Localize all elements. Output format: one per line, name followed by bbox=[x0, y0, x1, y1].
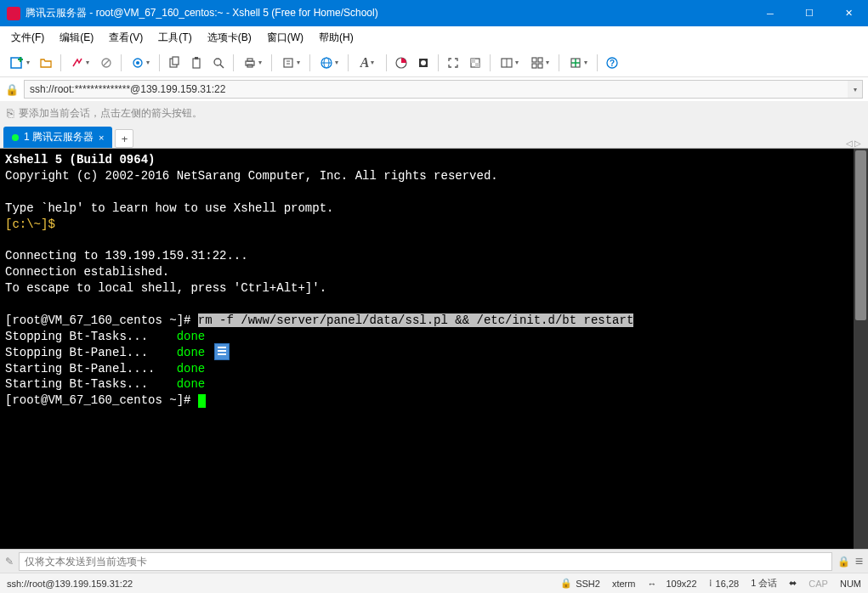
term-selected-command: rm -f /www/server/panel/data/ssl.pl && /… bbox=[198, 313, 633, 327]
term-line: Copyright (c) 2002-2016 NetSarang Comput… bbox=[5, 169, 498, 183]
close-button[interactable]: ✕ bbox=[829, 0, 868, 26]
tabbar: 1 腾讯云服务器 × + ◁ ▷ bbox=[0, 125, 868, 149]
svg-rect-10 bbox=[195, 57, 198, 59]
color-button[interactable] bbox=[391, 53, 411, 73]
tab-close-button[interactable]: × bbox=[99, 133, 104, 143]
session-tip-text: 要添加当前会话，点击左侧的箭头按钮。 bbox=[19, 106, 202, 121]
layout-button[interactable]: ▾ bbox=[495, 53, 524, 73]
menu-file[interactable]: 文件(F) bbox=[3, 28, 52, 48]
session-tip-bar: ⎘ 要添加当前会话，点击左侧的箭头按钮。 bbox=[0, 101, 868, 125]
arrange-button[interactable]: ▾ bbox=[525, 53, 554, 73]
lock-icon[interactable]: 🔒 bbox=[837, 556, 850, 568]
titlebar[interactable]: 腾讯云服务器 - root@VM_67_160_centos:~ - Xshel… bbox=[0, 0, 868, 26]
term-line: Starting Bt-Panel.... bbox=[5, 362, 177, 376]
transfer-button[interactable]: ▾ bbox=[276, 53, 305, 73]
maximize-button[interactable]: ☐ bbox=[790, 0, 829, 26]
term-line: Starting Bt-Tasks... bbox=[5, 377, 177, 391]
svg-rect-30 bbox=[532, 58, 536, 62]
svg-rect-32 bbox=[532, 64, 536, 68]
separator bbox=[233, 54, 234, 71]
status-size: ↔ 109x22 bbox=[647, 579, 696, 589]
compose-icon[interactable]: ✎ bbox=[5, 556, 14, 568]
menu-edit[interactable]: 编辑(E) bbox=[52, 28, 101, 48]
svg-rect-14 bbox=[247, 59, 252, 61]
svg-line-12 bbox=[220, 65, 224, 68]
menu-view[interactable]: 查看(V) bbox=[101, 28, 150, 48]
font-button[interactable]: A▾ bbox=[353, 53, 382, 73]
menu-icon[interactable]: ≡ bbox=[855, 554, 863, 569]
term-prompt: [c:\~]$ bbox=[5, 217, 55, 231]
input-bar: ✎ 🔒 ≡ bbox=[0, 549, 868, 573]
term-line: Connection established. bbox=[5, 265, 169, 279]
svg-rect-33 bbox=[538, 64, 542, 68]
tab-nav: ◁ ▷ bbox=[846, 138, 865, 148]
session-tab[interactable]: 1 腾讯云服务器 × bbox=[3, 127, 112, 148]
status-term: xterm bbox=[612, 579, 636, 589]
terminal[interactable]: Xshell 5 (Build 0964) Copyright (c) 2002… bbox=[0, 149, 868, 549]
separator bbox=[121, 54, 122, 71]
separator bbox=[386, 54, 387, 71]
status-pos: ⁞ 16,28 bbox=[709, 578, 740, 589]
menubar: 文件(F) 编辑(E) 查看(V) 工具(T) 选项卡(B) 窗口(W) 帮助(… bbox=[0, 26, 868, 48]
menu-window[interactable]: 窗口(W) bbox=[259, 28, 311, 48]
term-line: Type `help' to learn how to use Xshell p… bbox=[5, 201, 333, 215]
svg-point-6 bbox=[136, 61, 139, 65]
theme-button[interactable] bbox=[413, 53, 434, 73]
status-sessions: 1 会话 bbox=[751, 577, 777, 590]
term-line: To escape to local shell, press 'Ctrl+Al… bbox=[5, 281, 326, 295]
disconnect-button[interactable] bbox=[96, 53, 116, 73]
status-num: NUM bbox=[840, 579, 861, 589]
svg-line-4 bbox=[104, 60, 109, 65]
menu-tabs[interactable]: 选项卡(B) bbox=[200, 28, 259, 48]
term-prompt: [root@VM_67_160_centos ~]# bbox=[5, 393, 198, 407]
menu-tools[interactable]: 工具(T) bbox=[150, 28, 199, 48]
term-status: done bbox=[177, 362, 206, 376]
terminal-scrollbar[interactable] bbox=[854, 149, 868, 549]
term-line: Stopping Bt-Panel... bbox=[5, 346, 177, 359]
transparent-button[interactable] bbox=[465, 53, 485, 73]
term-line: Connecting to 139.199.159.31:22... bbox=[5, 249, 248, 263]
print-button[interactable]: ▾ bbox=[238, 53, 267, 73]
separator bbox=[271, 54, 272, 71]
new-tab-button[interactable]: + bbox=[115, 129, 133, 148]
tab-next-button[interactable]: ▷ bbox=[854, 138, 861, 148]
tab-prev-button[interactable]: ◁ bbox=[846, 138, 853, 148]
xshell-window: 腾讯云服务器 - root@VM_67_160_centos:~ - Xshel… bbox=[0, 0, 868, 593]
compose-input[interactable] bbox=[19, 552, 832, 571]
separator bbox=[490, 54, 491, 71]
connect-button[interactable]: ▾ bbox=[65, 53, 94, 73]
separator bbox=[597, 54, 598, 71]
tab-label: 1 腾讯云服务器 bbox=[24, 130, 94, 144]
scrollbar-thumb[interactable] bbox=[855, 150, 866, 320]
window-title: 腾讯云服务器 - root@VM_67_160_centos:~ - Xshel… bbox=[26, 6, 751, 20]
status-proto: 🔒SSH2 bbox=[560, 578, 600, 589]
lock-icon: 🔒 bbox=[560, 578, 572, 589]
globe-button[interactable]: ▾ bbox=[315, 53, 343, 73]
script-button[interactable]: ▾ bbox=[564, 53, 593, 73]
address-dropdown[interactable]: ▾ bbox=[848, 80, 863, 99]
add-session-icon[interactable]: ⎘ bbox=[7, 106, 14, 120]
separator bbox=[159, 54, 160, 71]
paste-button[interactable] bbox=[186, 53, 207, 73]
copy-button[interactable] bbox=[164, 53, 184, 73]
menu-help[interactable]: 帮助(H) bbox=[311, 28, 361, 48]
separator bbox=[438, 54, 439, 71]
address-input[interactable] bbox=[24, 80, 848, 99]
fullscreen-button[interactable] bbox=[443, 53, 463, 73]
term-status: done bbox=[177, 330, 206, 343]
open-button[interactable] bbox=[36, 53, 56, 73]
size-icon: ↔ bbox=[647, 579, 656, 589]
term-status: done bbox=[177, 377, 206, 391]
find-button[interactable] bbox=[208, 53, 229, 73]
svg-text:?: ? bbox=[610, 59, 615, 68]
minimize-button[interactable]: ─ bbox=[751, 0, 790, 26]
status-dot-icon bbox=[12, 134, 19, 141]
help-button[interactable]: ? bbox=[602, 53, 622, 73]
status-connection: ssh://root@139.199.159.31:22 bbox=[7, 579, 548, 589]
term-prompt: [root@VM_67_160_centos ~]# bbox=[5, 313, 198, 327]
new-session-button[interactable]: ▾ bbox=[5, 53, 34, 73]
paste-clipboard-icon[interactable] bbox=[214, 343, 230, 360]
svg-rect-27 bbox=[475, 63, 479, 67]
cursor bbox=[198, 394, 206, 408]
properties-button[interactable]: ▾ bbox=[126, 53, 155, 73]
